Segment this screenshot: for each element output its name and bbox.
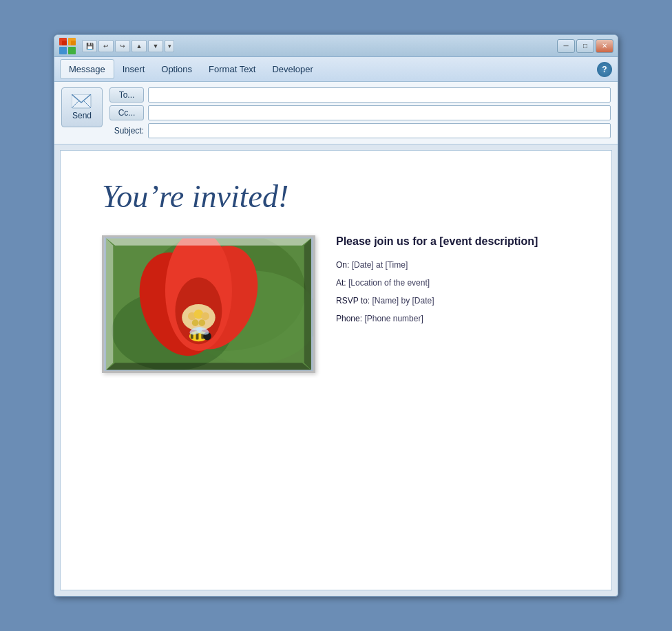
tab-options[interactable]: Options xyxy=(153,60,200,78)
send-button[interactable]: Send xyxy=(61,87,103,127)
at-value: [Location of the event] xyxy=(348,278,430,288)
on-label: On: xyxy=(336,260,349,270)
tab-insert[interactable]: Insert xyxy=(114,60,154,78)
send-icon xyxy=(72,94,92,109)
save-tb-button[interactable]: 💾 xyxy=(82,40,97,52)
rsvp-value: [Name] by [Date] xyxy=(372,296,434,306)
tab-developer[interactable]: Developer xyxy=(264,60,321,78)
cc-row: Cc... xyxy=(109,105,611,120)
svg-point-20 xyxy=(201,312,209,321)
rsvp-label: RSVP to: xyxy=(336,296,370,306)
redo-tb-button[interactable]: ↪ xyxy=(115,40,130,52)
svg-rect-5 xyxy=(71,41,76,45)
email-header: Send To... Cc... Subject: xyxy=(54,82,618,145)
event-details: Please join us for a [event description]… xyxy=(336,235,570,330)
event-line-1: At: [Location of the event] xyxy=(336,277,570,289)
cc-input[interactable] xyxy=(148,105,611,120)
cc-button[interactable]: Cc... xyxy=(109,105,144,120)
content-area: Please join us for a [event description]… xyxy=(102,235,570,373)
tab-format-text[interactable]: Format Text xyxy=(200,60,264,78)
title-bar: 💾 ↩ ↪ ▲ ▼ ▾ ─ □ ✕ xyxy=(54,35,618,57)
send-button-container: Send xyxy=(61,87,103,127)
flower-svg xyxy=(104,237,313,371)
down-tb-button[interactable]: ▼ xyxy=(148,40,163,52)
email-fields: To... Cc... Subject: xyxy=(109,87,611,138)
subject-row: Subject: xyxy=(109,123,611,138)
to-row: To... xyxy=(109,87,611,103)
undo-tb-button[interactable]: ↩ xyxy=(98,40,114,52)
svg-rect-3 xyxy=(68,47,76,54)
svg-rect-2 xyxy=(59,47,67,54)
svg-point-21 xyxy=(192,319,199,326)
subject-input[interactable] xyxy=(148,123,611,138)
to-button[interactable]: To... xyxy=(109,87,144,103)
maximize-button[interactable]: □ xyxy=(576,39,594,53)
close-button[interactable]: ✕ xyxy=(596,39,613,53)
quick-access-toolbar: 💾 ↩ ↪ ▲ ▼ ▾ xyxy=(82,40,174,52)
ribbon-tabs: Message Insert Options Format Text Devel… xyxy=(54,57,618,82)
event-line-2: RSVP to: [Name] by [Date] xyxy=(336,295,570,307)
on-value: [Date] at [Time] xyxy=(352,260,408,270)
office-logo xyxy=(59,37,76,55)
outlook-window: 💾 ↩ ↪ ▲ ▼ ▾ ─ □ ✕ Message Insert Options… xyxy=(54,34,618,597)
event-line-0: On: [Date] at [Time] xyxy=(336,259,570,271)
svg-rect-4 xyxy=(62,41,67,45)
event-line-3: Phone: [Phone number] xyxy=(336,312,570,325)
minimize-button[interactable]: ─ xyxy=(557,39,575,53)
event-title-text: Please join us for a [event description] xyxy=(336,235,570,248)
svg-marker-31 xyxy=(105,237,313,246)
window-controls: ─ □ ✕ xyxy=(557,39,613,53)
send-label: Send xyxy=(72,111,92,120)
phone-value: [Phone number] xyxy=(364,314,423,323)
phone-label: Phone: xyxy=(336,314,362,323)
svg-point-22 xyxy=(198,319,205,326)
invitation-title: You’re invited! xyxy=(102,178,570,215)
more-tb-button[interactable]: ▾ xyxy=(165,40,174,52)
event-image xyxy=(102,235,315,373)
subject-label: Subject: xyxy=(109,126,144,136)
help-button[interactable]: ? xyxy=(597,62,612,77)
up-tb-button[interactable]: ▲ xyxy=(132,40,147,52)
svg-marker-32 xyxy=(105,237,114,371)
tab-message[interactable]: Message xyxy=(60,59,114,79)
email-body[interactable]: You’re invited! xyxy=(60,150,612,590)
to-input[interactable] xyxy=(148,87,611,103)
at-label: At: xyxy=(336,278,346,288)
svg-marker-34 xyxy=(304,237,313,371)
svg-marker-33 xyxy=(105,363,313,371)
